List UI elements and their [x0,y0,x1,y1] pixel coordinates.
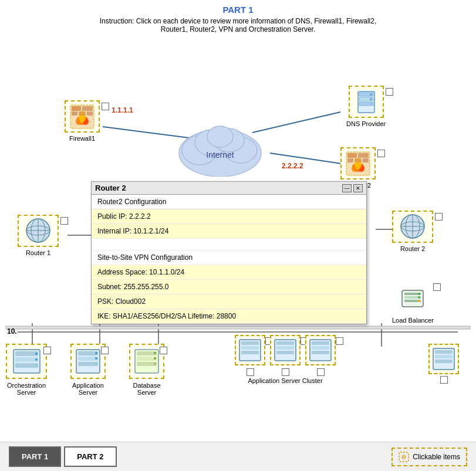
svg-rect-86 [241,351,259,354]
cluster-cb1[interactable] [247,368,254,376]
svg-rect-79 [137,362,157,366]
appserver1-checkbox[interactable] [101,347,109,354]
cluster-label: Application Server Cluster [248,377,322,384]
instruction-line2: Router1, Router2, VPN and Orchestration … [12,25,464,33]
cluster-server3-icon[interactable] [305,335,336,365]
firewall1-checkbox[interactable] [102,103,109,110]
popup-row: Subnet: 255.255.255.0 [92,280,366,294]
cluster-server1-icon[interactable] [235,335,265,365]
clickable-items-badge: Clickable items [391,448,467,466]
part2-button[interactable]: PART 2 [64,446,116,467]
svg-point-68 [35,364,38,367]
router2-device[interactable]: Router 2 [392,211,433,252]
svg-rect-20 [87,111,93,116]
svg-rect-16 [72,106,81,111]
firewall2-checkbox[interactable] [377,150,385,157]
firewall1-label: Firewall1 [69,135,95,142]
svg-point-60 [418,296,420,299]
svg-rect-64 [15,357,38,362]
orchestration-icon [6,344,47,379]
dbserver-device[interactable]: DatabaseServer [129,344,164,396]
appserver1-device[interactable]: ApplicationServer [70,344,106,396]
dns-icon [349,86,384,118]
svg-rect-98 [435,360,453,363]
loadbalancer-icon [395,282,430,314]
cluster-cb3[interactable] [317,368,325,376]
popup-titlebar: Router 2 — ✕ [92,182,366,195]
svg-rect-90 [276,351,294,354]
diagram-area: 10. 1.1.1.1 2.2.2.2 Firewa [0,36,476,423]
svg-point-80 [154,352,156,354]
router1-icon [18,215,59,247]
dbserver-checkbox[interactable] [160,347,167,354]
part1-button[interactable]: PART 1 [9,446,61,467]
orchestration-checkbox[interactable] [43,347,51,354]
svg-rect-17 [82,106,93,111]
popup-row: PSK: Cloud002 [92,294,366,309]
svg-point-59 [418,293,420,295]
orchestration-server-device[interactable]: OrchestrationServer [6,344,47,396]
popup-row: Router2 Configuration [92,195,366,209]
app-cluster-group: Application Server Cluster [235,335,336,384]
popup-row [92,239,366,250]
svg-point-66 [35,353,38,355]
loadbalancer-device[interactable]: Load Balancer [392,282,434,324]
svg-point-67 [35,358,38,361]
popup-title: Router 2 [95,184,126,192]
popup-row: Public IP: 2.2.2.2 [92,209,366,224]
popup-row: IKE: SHA1/AES256/DH2/SA Lifetime: 28800 [92,309,366,324]
svg-rect-88 [276,341,294,345]
popup-content: Router2 ConfigurationPublic IP: 2.2.2.2I… [92,195,366,324]
router1-label: Router 1 [26,249,50,256]
cluster-checkboxes-row [235,368,336,376]
router1-device[interactable]: Router 1 [18,215,59,256]
svg-rect-63 [15,351,38,356]
firewall2-icon [340,147,376,179]
svg-rect-10 [6,326,470,329]
svg-rect-84 [241,341,259,345]
svg-rect-40 [347,153,357,158]
router2-label: Router 2 [400,245,425,252]
bottom-bar: PART 1 PART 2 Clickable items [0,442,476,471]
dns-checkbox[interactable] [386,88,393,96]
cluster-server3-checkbox[interactable] [336,337,343,345]
extra-server-device[interactable] [428,344,459,384]
dns-device[interactable]: DNS Provider [346,86,386,127]
svg-rect-19 [79,111,86,116]
svg-point-32 [370,93,372,96]
svg-rect-92 [312,341,329,345]
svg-rect-18 [72,111,77,116]
popup-row: Address Space: 10.1.1.0/24 [92,265,366,280]
router2-checkbox[interactable] [435,213,443,221]
firewall1-device[interactable]: Firewall1 [65,100,100,142]
svg-point-33 [370,98,372,100]
svg-point-61 [418,300,420,302]
svg-rect-96 [435,350,453,354]
router1-checkbox[interactable] [60,217,68,225]
cluster-cb2[interactable] [282,368,289,376]
clickable-items-label: Clickable items [413,453,460,461]
svg-point-100 [401,455,406,459]
svg-point-26 [207,126,233,147]
dbserver-label: DatabaseServer [133,382,160,396]
section-number: 10. [7,327,17,336]
minimize-button[interactable]: — [342,184,352,192]
svg-rect-43 [355,158,362,162]
appserver1-label: ApplicationServer [72,382,104,396]
svg-rect-42 [347,158,353,162]
svg-rect-41 [358,153,369,158]
close-button[interactable]: ✕ [353,184,363,192]
orchestration-label: OrchestrationServer [7,382,46,396]
svg-rect-89 [276,346,294,350]
svg-point-34 [370,103,372,105]
loadbalancer-checkbox[interactable] [433,283,441,291]
svg-point-73 [95,352,97,354]
loadbalancer-label: Load Balancer [392,317,434,324]
cluster-server2-icon[interactable] [270,335,301,365]
ip-label-firewall2: 2.2.2.2 [282,162,303,170]
extra-server-checkbox[interactable] [440,376,448,384]
svg-rect-78 [137,357,157,361]
svg-rect-44 [363,158,369,162]
svg-rect-71 [78,357,98,361]
clickable-icon [399,452,409,462]
